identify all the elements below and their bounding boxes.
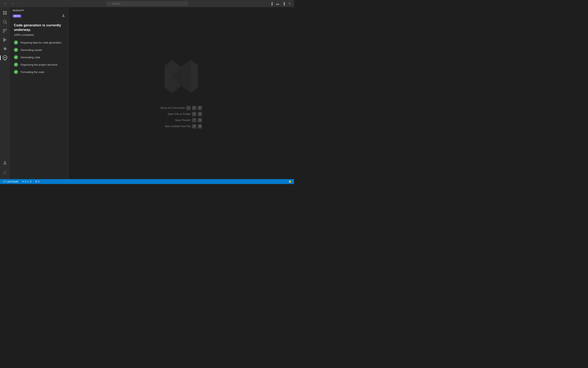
step-label: Organizing the project structure xyxy=(20,63,57,66)
main-layout: WISEGPT BETA Code generation is currentl… xyxy=(0,7,294,179)
shortcut-key: O xyxy=(198,112,202,116)
notification-bell[interactable]: 🔔 xyxy=(288,180,292,183)
svg-rect-0 xyxy=(3,11,5,13)
shortcut-row: Show All Commands⇧⌘P xyxy=(161,106,202,110)
status-right: 🔔 xyxy=(288,180,292,183)
svg-rect-1 xyxy=(5,11,7,13)
step-label: Preparing data for code generation xyxy=(20,41,62,44)
svg-point-8 xyxy=(3,29,4,30)
customize-layout-button[interactable]: ⠿ xyxy=(287,2,292,6)
warning-icon: ⚠ xyxy=(27,180,29,183)
step-label: Generating code xyxy=(20,56,40,59)
step-check-icon xyxy=(14,55,18,59)
activity-extensions[interactable] xyxy=(1,45,9,53)
badge-row: BETA xyxy=(10,13,68,20)
status-bar: ⎇ Launchpad ✕ 0 ⚠ 0 ⇅ 0 🔔 xyxy=(0,179,294,184)
generation-title: Code generation is currently underway. xyxy=(14,23,64,32)
shortcut-label: Open Recent xyxy=(175,119,191,122)
activity-search[interactable] xyxy=(1,18,9,26)
sidebar-panel: WISEGPT BETA Code generation is currentl… xyxy=(10,7,68,179)
search-container: 🔍 xyxy=(106,1,188,6)
shortcut-key: ⇧ xyxy=(186,106,190,110)
panel-content: Code generation is currently underway. 1… xyxy=(10,20,68,179)
shortcut-key: ⌘ xyxy=(192,124,196,129)
back-button[interactable]: ← xyxy=(2,1,8,6)
error-count: 0 xyxy=(25,180,26,183)
activity-bar xyxy=(0,7,10,179)
panel-title: WISEGPT xyxy=(13,9,24,12)
shortcut-key: N xyxy=(198,124,202,129)
step-check-icon xyxy=(14,48,18,52)
panel-header: WISEGPT xyxy=(10,7,68,13)
step-label: Generating assets xyxy=(20,48,42,52)
shortcut-key: ⌘ xyxy=(192,112,196,116)
svg-point-4 xyxy=(3,20,6,23)
shortcut-row: New Untitled Text File⌘N xyxy=(165,124,202,129)
shortcut-row: Open Recent^R xyxy=(175,118,202,122)
toggle-secondary-button[interactable]: ▐ xyxy=(282,2,286,6)
activity-explorer[interactable] xyxy=(1,9,9,17)
error-icon: ✕ xyxy=(22,180,24,183)
titlebar-actions: ▐ ▬ ▐ ⠿ xyxy=(269,2,292,6)
shortcut-key: ⌘ xyxy=(192,106,196,110)
toggle-sidebar-button[interactable]: ▐ xyxy=(269,2,274,6)
activity-source-control[interactable] xyxy=(1,27,9,35)
shortcut-label: Show All Commands xyxy=(161,106,185,109)
beta-badge: BETA xyxy=(13,15,21,18)
step-check-icon xyxy=(14,63,18,67)
svg-rect-3 xyxy=(5,13,7,15)
forward-button[interactable]: → xyxy=(10,1,16,6)
svg-point-14 xyxy=(4,172,6,173)
generation-progress: 100% completed. xyxy=(14,33,64,37)
step-item: Preparing data for code generation xyxy=(14,40,64,45)
ports-icon: ⇅ xyxy=(35,180,37,183)
toggle-panel-button[interactable]: ▬ xyxy=(275,2,280,6)
status-ports[interactable]: ⇅ 0 xyxy=(34,180,40,183)
shortcut-key: P xyxy=(198,106,202,110)
svg-line-5 xyxy=(6,23,7,24)
titlebar: ← → 🔍 ▐ ▬ ▐ ⠿ xyxy=(0,0,294,7)
activity-run-debug[interactable] xyxy=(1,36,9,44)
svg-rect-2 xyxy=(3,13,5,15)
branch-name: Launchpad xyxy=(6,180,18,183)
editor-area: Show All Commands⇧⌘POpen File or Folder⌘… xyxy=(68,7,294,179)
shortcut-label: Open File or Folder xyxy=(168,112,190,116)
shortcut-key: R xyxy=(198,118,202,122)
step-label: Formatting the code xyxy=(20,71,44,74)
activity-wisegpt[interactable] xyxy=(1,54,9,62)
svg-point-10 xyxy=(4,57,4,58)
shortcut-label: New Untitled Text File xyxy=(165,125,190,128)
shortcuts-section: Show All Commands⇧⌘POpen File or Folder⌘… xyxy=(161,106,202,129)
ports-count: 0 xyxy=(38,180,39,183)
status-errors[interactable]: ✕ 0 ⚠ 0 xyxy=(21,180,32,183)
steps-list: Preparing data for code generationGenera… xyxy=(14,40,64,74)
panel-account-icon[interactable] xyxy=(62,14,65,18)
step-item: Organizing the project structure xyxy=(14,63,64,67)
step-check-icon xyxy=(14,70,18,74)
svg-point-6 xyxy=(3,32,4,33)
search-input[interactable] xyxy=(106,1,188,6)
step-item: Formatting the code xyxy=(14,70,64,74)
svg-marker-9 xyxy=(3,38,6,42)
shortcut-row: Open File or Folder⌘O xyxy=(168,112,202,116)
status-left: ⎇ Launchpad ✕ 0 ⚠ 0 ⇅ 0 xyxy=(2,180,40,183)
activity-bottom xyxy=(1,159,9,177)
vscode-logo xyxy=(163,58,200,96)
activity-settings[interactable] xyxy=(1,168,9,177)
svg-point-7 xyxy=(6,29,7,30)
activity-account[interactable] xyxy=(1,159,9,167)
step-check-icon xyxy=(14,40,18,45)
shortcut-key: ^ xyxy=(192,118,196,122)
svg-point-13 xyxy=(4,161,6,163)
branch-icon: ⎇ xyxy=(2,180,5,183)
svg-point-12 xyxy=(6,57,6,58)
step-item: Generating code xyxy=(14,55,64,59)
svg-point-11 xyxy=(5,57,5,58)
svg-point-15 xyxy=(63,14,64,16)
nav-buttons: ← → xyxy=(2,1,16,6)
status-branch[interactable]: ⎇ Launchpad xyxy=(2,180,19,183)
warning-count: 0 xyxy=(30,180,31,183)
step-item: Generating assets xyxy=(14,48,64,52)
